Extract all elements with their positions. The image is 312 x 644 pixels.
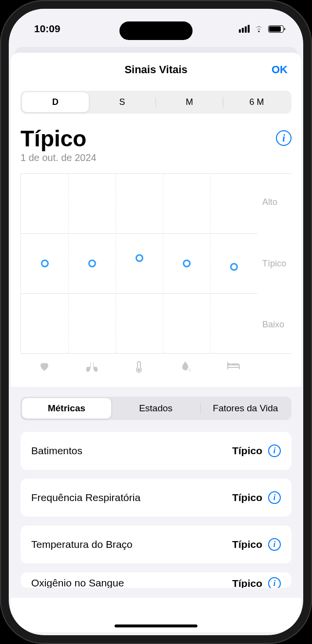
y-label-typical: Típico [262, 258, 286, 268]
metric-status: Típico [232, 539, 262, 550]
y-label-low: Baixo [262, 319, 284, 329]
metric-label: Oxigênio no Sangue [31, 577, 124, 588]
range-tab-day[interactable]: D [22, 92, 89, 112]
range-tab-week[interactable]: S [89, 92, 156, 112]
chart-point-sleep [230, 263, 238, 271]
bed-icon [210, 361, 257, 373]
battery-icon [268, 25, 284, 33]
ok-button[interactable]: OK [272, 63, 288, 76]
tab-metrics[interactable]: Métricas [22, 398, 111, 419]
thermometer-icon [115, 361, 162, 373]
metric-label: Batimentos [31, 445, 82, 457]
summary-status: Típico [20, 126, 97, 151]
range-tab-month[interactable]: M [156, 92, 223, 112]
home-indicator[interactable] [115, 624, 197, 627]
tab-life-factors[interactable]: Fatores da Vida [201, 398, 290, 419]
oxygen-icon: 2 [163, 361, 210, 373]
info-icon[interactable]: i [268, 538, 281, 551]
summary-date: 1 de out. de 2024 [20, 152, 97, 163]
wifi-icon [254, 25, 264, 33]
vitals-chart[interactable]: Alto Típico Baixo [20, 173, 292, 373]
lungs-icon [68, 361, 115, 373]
chart-point-oxygen [183, 260, 191, 267]
status-time: 10:09 [34, 23, 60, 35]
cellular-icon [239, 25, 250, 33]
info-icon[interactable]: i [276, 130, 292, 146]
page-title: Sinais Vitais [124, 63, 187, 76]
metric-status: Típico [232, 578, 262, 588]
metric-status: Típico [232, 445, 262, 457]
section-segmented[interactable]: Métricas Estados Fatores da Vida [20, 397, 292, 420]
svg-point-0 [138, 369, 140, 371]
metric-row-respiratory[interactable]: Frequência Respiratória Típico i [20, 479, 292, 517]
metric-row-blood-oxygen[interactable]: Oxigênio no Sangue Típico i [20, 572, 292, 588]
metric-row-wrist-temp[interactable]: Temperatura do Braço Típico i [20, 525, 292, 564]
metric-row-heartrate[interactable]: Batimentos Típico i [20, 432, 292, 470]
range-tab-6month[interactable]: 6 M [223, 92, 290, 112]
chart-point-heart [41, 260, 49, 267]
y-label-high: Alto [262, 197, 277, 207]
status-indicators [239, 25, 284, 33]
metric-status: Típico [232, 492, 262, 503]
chart-point-temperature [136, 254, 143, 262]
heart-icon [20, 361, 68, 373]
chart-point-lungs [88, 260, 96, 267]
info-icon[interactable]: i [268, 491, 281, 504]
info-icon[interactable]: i [268, 577, 281, 588]
tab-states[interactable]: Estados [111, 398, 200, 419]
metric-label: Temperatura do Braço [31, 539, 133, 550]
info-icon[interactable]: i [268, 444, 281, 457]
svg-text:2: 2 [189, 368, 191, 372]
time-range-segmented[interactable]: D S M 6 M [20, 91, 292, 114]
metric-label: Frequência Respiratória [31, 492, 140, 503]
